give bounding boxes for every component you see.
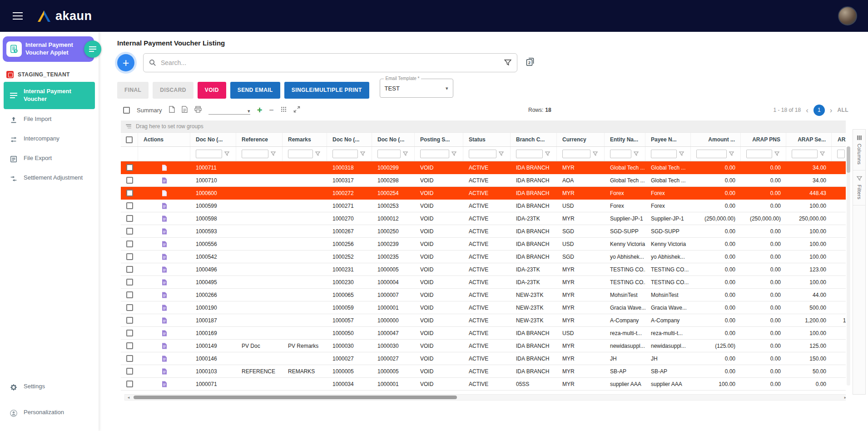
sidebar-item-intercompany[interactable]: Intercompany [4, 130, 95, 148]
column-header[interactable]: Status [463, 133, 511, 146]
column-header[interactable]: Remarks [283, 133, 327, 146]
row-checkbox[interactable] [126, 215, 133, 222]
table-row[interactable]: 100007110000341000001VOIDACTIVE05SSMYRsu… [121, 378, 846, 391]
voucher-document-icon[interactable] [162, 279, 167, 286]
column-header[interactable]: Branch C... [511, 133, 557, 146]
prev-page-icon[interactable]: ‹ [806, 106, 808, 114]
grid-dots-icon[interactable] [281, 106, 287, 114]
filter-funnel-icon[interactable] [820, 151, 825, 156]
filter-funnel-icon[interactable] [271, 151, 276, 156]
column-filter-input[interactable] [562, 150, 590, 158]
user-avatar[interactable] [838, 6, 857, 25]
table-row[interactable]: 100054210002521000235VOIDACTIVEIDA BRANC… [121, 251, 846, 263]
scroll-left-icon[interactable]: ◂ [125, 396, 132, 400]
table-row[interactable]: 100055610002561000239VOIDACTIVEIDA BRANC… [121, 238, 846, 251]
voucher-document-icon[interactable] [162, 228, 167, 235]
filter-funnel-icon[interactable] [504, 59, 511, 66]
multi-page-icon[interactable]: 2 [525, 57, 535, 69]
column-filter-input[interactable] [242, 150, 268, 158]
table-row[interactable]: 100019010000591000001VOIDACTIVENEW-23TKM… [121, 301, 846, 314]
column-header[interactable]: Entity Na... [605, 133, 645, 146]
sidebar-item-settings[interactable]: Settings [4, 378, 95, 396]
table-row[interactable]: 100014610000271000027VOIDACTIVEIDA BRANC… [121, 352, 846, 365]
column-header[interactable]: Doc No (... [327, 133, 372, 146]
row-group-dropzone[interactable]: Drag here to set row groups [121, 120, 846, 132]
filter-funnel-icon[interactable] [679, 151, 684, 156]
tab-columns[interactable]: Columns [853, 130, 865, 170]
row-checkbox[interactable] [126, 177, 133, 184]
row-checkbox[interactable] [126, 279, 133, 286]
column-filter-input[interactable] [610, 150, 631, 158]
column-header[interactable]: Reference [236, 133, 283, 146]
table-row[interactable]: 100059810002701000012VOIDACTIVEIDA-23TKM… [121, 212, 846, 225]
column-filter-input[interactable] [837, 150, 845, 158]
row-checkbox[interactable] [126, 317, 133, 324]
table-row[interactable]: 100059910002711000253VOIDACTIVEIDA BRANC… [121, 200, 846, 212]
table-row[interactable]: 1000149PV DocPV Remarks10000301000030VOI… [121, 340, 846, 352]
table-row[interactable]: 100018710000571000000VOIDACTIVENEW-23TKM… [121, 314, 846, 327]
table-row[interactable]: 100060010002721000254VOIDACTIVEIDA BRANC… [121, 187, 846, 200]
column-header[interactable]: ARAP Se... [786, 133, 832, 146]
add-voucher-button[interactable]: + [117, 54, 134, 71]
column-header[interactable]: ARAP [832, 133, 846, 146]
row-checkbox[interactable] [126, 368, 133, 375]
voucher-document-icon[interactable] [162, 216, 167, 222]
row-checkbox[interactable] [126, 304, 133, 311]
voucher-document-icon[interactable] [162, 177, 167, 184]
filter-funnel-icon[interactable] [499, 151, 504, 156]
table-row[interactable]: 100049610002311000005VOIDACTIVEIDA-23TKM… [121, 263, 846, 276]
scroll-right-icon[interactable]: ▸ [842, 396, 846, 400]
voucher-document-icon[interactable] [162, 292, 167, 298]
table-row[interactable]: 100049510002301000004VOIDACTIVEIDA-23TKM… [121, 276, 846, 289]
expand-icon[interactable] [293, 106, 300, 115]
row-checkbox[interactable] [126, 190, 133, 196]
sidebar-item-file-import[interactable]: File Import [4, 111, 95, 129]
column-filter-input[interactable] [377, 150, 401, 158]
table-row[interactable]: 1000103REFERENCEREMARKS10000051000005VOI… [121, 365, 846, 378]
column-filter-input[interactable] [288, 150, 313, 158]
row-checkbox[interactable] [126, 342, 133, 349]
row-checkbox[interactable] [126, 381, 133, 387]
row-checkbox[interactable] [126, 202, 133, 209]
filter-funnel-icon[interactable] [315, 151, 320, 156]
email-template-select[interactable]: Email Template * TEST ▾ [380, 79, 453, 98]
table-row[interactable]: 100059310002671000250VOIDACTIVEIDA BRANC… [121, 225, 846, 238]
row-checkbox[interactable] [126, 266, 133, 273]
column-filter-input[interactable] [196, 150, 222, 158]
voucher-document-icon[interactable] [162, 190, 167, 196]
voucher-document-icon[interactable] [162, 381, 167, 387]
select-all-checkbox[interactable] [126, 136, 133, 143]
print-button[interactable]: SINGLE/MULTIPLE PRINT [284, 82, 369, 99]
column-filter-input[interactable] [696, 150, 727, 158]
applet-menu-button[interactable] [84, 40, 101, 58]
column-header[interactable]: Amount ... [691, 133, 741, 146]
filter-funnel-icon[interactable] [224, 151, 229, 156]
void-button[interactable]: VOID [198, 82, 226, 99]
voucher-document-icon[interactable] [162, 266, 167, 273]
row-checkbox[interactable] [126, 355, 133, 362]
voucher-document-icon[interactable] [162, 343, 167, 349]
voucher-document-icon[interactable] [162, 241, 167, 247]
row-checkbox[interactable] [126, 330, 133, 336]
copy-page-icon[interactable] [182, 106, 188, 115]
column-filter-input[interactable] [516, 150, 543, 158]
voucher-document-icon[interactable] [162, 368, 167, 375]
page-icon[interactable] [169, 106, 175, 115]
column-header[interactable]: Posting S... [415, 133, 463, 146]
table-row[interactable]: 100071110003181000299VOIDACTIVEIDA BRANC… [121, 161, 846, 174]
vscroll-thumb[interactable] [847, 146, 850, 173]
voucher-document-icon[interactable] [162, 203, 167, 209]
applet-badge[interactable]: $ Internal Payment Voucher Applet [3, 36, 94, 62]
search-input[interactable] [160, 59, 501, 67]
filter-funnel-icon[interactable] [774, 151, 779, 156]
column-filter-input[interactable] [651, 150, 677, 158]
sidebar-item-settlement-adjustment[interactable]: Settlement Adjustment [4, 170, 95, 187]
column-filter-input[interactable] [792, 150, 818, 158]
filter-funnel-icon[interactable] [634, 151, 639, 156]
voucher-document-icon[interactable] [162, 254, 167, 260]
column-header[interactable]: Actions [138, 133, 190, 146]
filter-funnel-icon[interactable] [729, 151, 734, 156]
table-row[interactable]: 100026610000651000007VOIDACTIVENEW-23TKM… [121, 289, 846, 301]
current-page-badge[interactable]: 1 [813, 105, 825, 116]
column-header[interactable]: ARAP PNS [741, 133, 786, 146]
